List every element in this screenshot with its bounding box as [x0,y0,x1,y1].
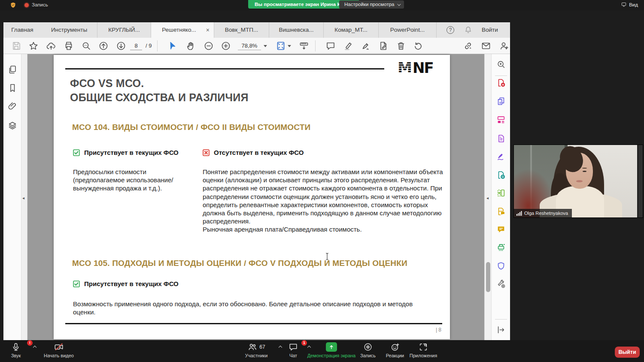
chat-icon [289,342,298,352]
tab-document-2-active[interactable]: Решетняко...× [151,22,214,38]
record-button[interactable]: Запись [355,342,381,358]
zoom-bottom-bar: ! Звук Начать видео 67 Участники 1 Чат Д… [0,340,644,362]
comment-icon[interactable] [325,41,336,51]
tab-document-3[interactable]: Вовк_МТП... [214,22,269,38]
audio-button[interactable]: ! Звук [2,342,30,358]
bookmarks-icon[interactable] [7,83,18,93]
reactions-smiley-icon [390,342,400,352]
help-icon[interactable]: ? [447,26,454,34]
tab-document-5[interactable]: Комар_МТ... [323,22,378,38]
edit-page-icon[interactable] [378,41,389,51]
page-thumbnails-icon[interactable] [7,64,18,75]
trash-icon[interactable] [396,41,406,51]
hand-pan-icon[interactable] [185,41,196,51]
audio-options-chevron[interactable] [33,346,36,349]
text-cursor [324,252,330,262]
reactions-button[interactable]: Реакции [382,342,408,358]
save-icon[interactable] [11,41,21,51]
participants-icon [247,342,258,352]
record-icon [363,342,373,352]
previous-page-icon[interactable] [98,41,109,51]
participants-options-chevron[interactable] [279,346,282,349]
security-shield-icon[interactable] [9,1,17,11]
zoom-out-icon[interactable] [204,41,214,51]
export-pdf-icon[interactable] [496,134,506,143]
participant-video-thumbnail[interactable]: Olga Reshetnyakova [513,145,643,218]
scan-ocr-icon[interactable] [496,243,506,252]
collapse-right-panel-icon[interactable]: ◂ [486,196,489,200]
request-signatures-icon[interactable] [496,207,506,216]
section1-absent-text: Понятие распределения стоимости между ак… [203,168,452,234]
recording-label: Запись [32,2,48,7]
status-absent: Отсутствует в текущих ФСО [203,149,304,156]
cloud-upload-icon[interactable] [46,41,56,51]
organize-pages-icon[interactable] [496,188,506,198]
participant-name-label: Olga Reshetnyakova [514,209,572,217]
sign-pen-icon[interactable] [361,41,371,51]
participants-button[interactable]: 67 Участники [239,342,273,358]
search-icon[interactable] [81,41,91,51]
vertical-scrollbar[interactable]: ◂ [484,54,491,340]
zoom-level-value[interactable]: 78,8% [238,42,261,50]
notifications-bell-icon[interactable] [464,25,473,36]
page-number-input[interactable]: 8 [130,42,142,50]
scrollbar-thumb[interactable] [486,262,490,292]
rotate-icon[interactable] [413,41,423,51]
apps-button[interactable]: Приложения [407,342,440,358]
leave-meeting-button[interactable]: Выйти [615,347,640,358]
print-icon[interactable] [64,41,74,51]
combine-files-icon[interactable] [496,97,506,106]
svg-text:NF: NF [413,60,433,76]
zoom-dropdown-caret[interactable] [264,45,267,47]
attachments-paperclip-icon[interactable] [7,101,18,112]
section1-present-text: Предпосылки стоимости (предполагаемое ис… [73,168,204,193]
pdf-content-area: ◂ M NF ФСО VS МСО. ОБЩИЕ СХОДСТВА И РАЗЛ… [3,54,510,340]
chevron-down-icon [397,2,401,6]
email-icon[interactable] [481,41,491,51]
mnf-logo: M NF [398,60,439,78]
camera-off-icon [54,342,64,352]
chat-button[interactable]: 1 Чат [283,342,304,358]
toolbar-divider [315,40,316,51]
tab-document-1[interactable]: КРУГЛЫЙ... [97,22,151,38]
view-button[interactable]: Вид [621,2,638,7]
share-screen-button[interactable]: Демонстрация экрана [306,342,357,358]
highlighter-icon[interactable] [343,41,353,51]
page-footer-number: | 8 [436,327,441,333]
layers-icon[interactable] [7,121,18,131]
zoom-in-icon[interactable] [221,41,231,51]
recording-indicator-icon [24,3,29,7]
view-settings-button[interactable]: Настройки просмотра [339,0,404,9]
tab-tools[interactable]: Инструменты [41,22,97,38]
share-person-icon[interactable] [499,41,509,51]
pdf-toolbar: 8 / 9 78,8% [3,38,510,54]
convert-pdf-icon[interactable] [496,170,506,180]
star-icon[interactable] [28,41,39,51]
collapse-left-panel-icon[interactable]: ◂ [22,196,24,200]
sign-in-button[interactable]: Войти [482,22,498,38]
share-link-icon[interactable] [463,41,473,51]
monitor-icon [621,2,627,7]
fit-page-dropdown-caret[interactable] [288,45,291,47]
select-cursor-icon[interactable] [167,41,178,51]
next-page-icon[interactable] [116,41,126,51]
measure-ruler-icon[interactable] [299,41,309,51]
comments-icon[interactable] [496,225,506,234]
fill-sign-icon[interactable] [496,152,506,161]
search-tools-icon[interactable] [496,60,506,69]
left-panel-gutter: ◂ [21,54,27,340]
protect-pdf-icon[interactable] [496,261,506,271]
start-video-button[interactable]: Начать видео [39,342,78,358]
edit-pdf-icon[interactable] [496,115,506,124]
pdf-app-window: Главная Инструменты КРУГЛЫЙ... Решетняко… [3,22,510,340]
expand-panel-icon[interactable] [496,325,506,335]
fit-page-icon[interactable] [276,41,286,51]
tab-document-6[interactable]: PowerPoint... [378,22,437,38]
more-tools-icon[interactable] [496,279,506,289]
tab-home[interactable]: Главная [3,22,41,38]
document-title-line2: ОБЩИЕ СХОДСТВА И РАЗЛИЧИЯ [70,91,249,104]
section1-heading: МСО 104. ВИДЫ СТОИМОСТИ / ФСО II ВИДЫ СТ… [72,123,310,132]
create-pdf-icon[interactable] [496,78,506,87]
close-tab-icon[interactable]: × [206,22,210,38]
tab-document-4[interactable]: Вишневска... [269,22,323,38]
